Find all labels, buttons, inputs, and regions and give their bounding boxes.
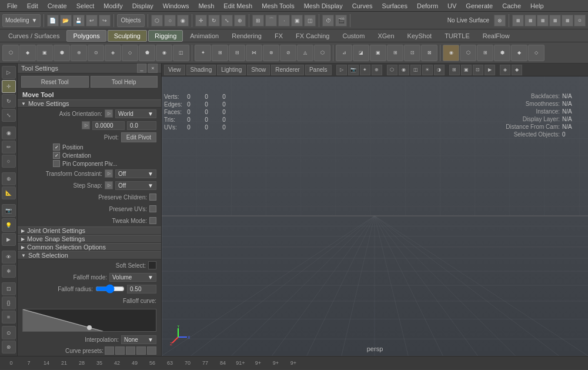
preset-btn-3[interactable] (126, 346, 135, 355)
snap-point-icon[interactable]: · (278, 15, 290, 26)
camera-icon[interactable]: 📷 (2, 204, 16, 217)
preset-btn-5[interactable] (147, 346, 156, 355)
menu-help[interactable]: Help (526, 2, 549, 9)
tab-xgen[interactable]: XGen (372, 30, 400, 42)
channel-icon[interactable]: ≡ (2, 311, 16, 324)
vp-shadow-icon[interactable]: ◑ (434, 65, 445, 75)
menu-uv[interactable]: UV (443, 2, 461, 9)
history-icon[interactable]: ⏱ (322, 15, 334, 26)
lasso-tool-icon[interactable]: ○ (2, 155, 16, 168)
script-icon[interactable]: {} (2, 296, 16, 309)
tick-63[interactable]: 63 (161, 360, 179, 366)
preset-btn-4[interactable] (136, 346, 146, 355)
vp-grid-icon[interactable]: ⊞ (449, 65, 460, 75)
3d-viewport[interactable]: Verts: 0 0 0 Edges: 0 0 0 Faces: 0 0 (162, 76, 588, 356)
tick-98[interactable]: 9+ (249, 360, 267, 366)
shading-menu[interactable]: Shading (186, 65, 216, 75)
lasso-icon[interactable]: ○ (164, 15, 176, 26)
render-view-icon[interactable]: ▶ (2, 233, 16, 246)
snap-curve-icon[interactable]: ⌒ (265, 15, 277, 26)
input1[interactable]: 0.0000 (92, 121, 125, 130)
tick-28[interactable]: 28 (73, 360, 91, 366)
shelf-icon-18[interactable]: ◬ (297, 45, 313, 61)
tab-sculpting[interactable]: Sculpting (108, 30, 147, 42)
lighting-menu[interactable]: Lighting (217, 65, 246, 75)
tick-7[interactable]: 7 (20, 360, 38, 366)
menu-cache[interactable]: Cache (497, 2, 526, 9)
vp-display-icon[interactable]: ⊕ (372, 65, 382, 75)
light-icon[interactable]: 💡 (2, 218, 16, 231)
menu-select[interactable]: Select (72, 2, 99, 9)
shelf-icon-19[interactable]: ⬡ (314, 45, 330, 61)
preset-btn-1[interactable] (105, 346, 114, 355)
shelf-icon-11[interactable]: ◫ (173, 45, 189, 61)
tab-rendering[interactable]: Rendering (226, 30, 268, 42)
axis-orientation-icon[interactable]: ▷ (105, 109, 113, 118)
shelf-icon-28[interactable]: ⊞ (477, 45, 493, 61)
input2[interactable]: 0.0 (127, 121, 156, 130)
new-file-icon[interactable]: 📄 (47, 15, 59, 26)
view-menu[interactable]: View (164, 65, 185, 75)
tweak-mode-checkbox[interactable] (149, 217, 156, 224)
shelf-icon-31[interactable]: ◇ (528, 45, 544, 61)
vp-light-icon[interactable]: ✦ (360, 65, 370, 75)
tab-custom[interactable]: Custom (337, 30, 371, 42)
shelf-icon-10[interactable]: ◉ (156, 45, 172, 61)
measure-icon[interactable]: 📐 (2, 186, 16, 199)
shelf-icon-6[interactable]: ⊙ (88, 45, 104, 61)
menu-mesh-tools[interactable]: Mesh Tools (257, 2, 299, 9)
axis-orientation-dropdown[interactable]: World ▼ (115, 109, 156, 118)
shelf-icon-20[interactable]: ⊿ (336, 45, 352, 61)
shelf-icon-26[interactable]: ◉ (443, 45, 459, 61)
tc-icon[interactable]: ▷ (105, 169, 113, 178)
common-selection-section[interactable]: ▶ Common Selection Options (18, 243, 161, 251)
move-snap-section[interactable]: ▶ Move Snap Settings (18, 235, 161, 243)
transform-constraint-dropdown[interactable]: Off ▼ (115, 169, 156, 178)
magnet-icon[interactable]: ⊗ (494, 15, 506, 26)
tick-105[interactable]: 9+ (267, 360, 285, 366)
curve-handle[interactable] (87, 325, 92, 330)
vp-hud-icon[interactable]: ▣ (461, 65, 472, 75)
shelf-icon-2[interactable]: ◆ (19, 45, 36, 61)
tick-0[interactable]: 0 (2, 360, 20, 366)
rotate-icon[interactable]: ↻ (208, 15, 220, 26)
shelf-icon-8[interactable]: ◇ (122, 45, 138, 61)
right-icon-6[interactable]: ⊙ (574, 15, 586, 26)
right-icon-2[interactable]: ▦ (524, 15, 536, 26)
select-icon[interactable]: ⬡ (151, 15, 163, 26)
right-icon-1[interactable]: ▦ (512, 15, 524, 26)
render-icon[interactable]: 🎬 (335, 15, 347, 26)
menu-file[interactable]: File (2, 2, 22, 9)
shelf-icon-30[interactable]: ◆ (511, 45, 527, 61)
mode-dropdown[interactable]: Modeling ▼ (2, 14, 41, 27)
shelf-icon-17[interactable]: ⊘ (280, 45, 296, 61)
vp-select-icon[interactable]: ▷ (336, 65, 347, 75)
tick-35[interactable]: 35 (91, 360, 108, 366)
tick-42[interactable]: 42 (108, 360, 126, 366)
shelf-icon-23[interactable]: ⊞ (387, 45, 403, 61)
tab-turtle[interactable]: TURTLE (439, 30, 476, 42)
preset-btn-2[interactable] (115, 346, 125, 355)
universal-manip-icon[interactable]: ⊕ (234, 15, 246, 26)
shelf-icon-24[interactable]: ⊡ (404, 45, 420, 61)
node-editor-icon[interactable]: ⊡ (2, 282, 16, 295)
tab-fx[interactable]: FX (269, 30, 289, 42)
vp-camera-icon[interactable]: 📷 (348, 65, 359, 75)
menu-mesh-display[interactable]: Mesh Display (299, 2, 348, 9)
show-menu[interactable]: Show (247, 65, 270, 75)
soft-select-swatch[interactable] (148, 261, 156, 269)
right-icon-3[interactable]: ▦ (537, 15, 549, 26)
shelf-icon-3[interactable]: ▣ (36, 45, 53, 61)
tab-keyshot[interactable]: KeyShot (402, 30, 438, 42)
shelf-icon-12[interactable]: ✦ (195, 45, 211, 61)
orientation-checkbox[interactable]: ✓ (53, 152, 60, 159)
bottom-icon-1[interactable]: ⊙ (2, 326, 16, 339)
menu-edit-mesh[interactable]: Edit Mesh (219, 2, 257, 9)
vp-bookmark-icon[interactable]: ◆ (512, 65, 522, 75)
vp-playback-icon[interactable]: ▶ (485, 65, 495, 75)
menu-deform[interactable]: Deform (412, 2, 443, 9)
paint-select-icon[interactable]: ◉ (177, 15, 189, 26)
tool-help-btn[interactable]: Tool Help (91, 76, 158, 88)
tick-112[interactable]: 9+ (285, 360, 302, 366)
tick-56[interactable]: 56 (143, 360, 161, 366)
